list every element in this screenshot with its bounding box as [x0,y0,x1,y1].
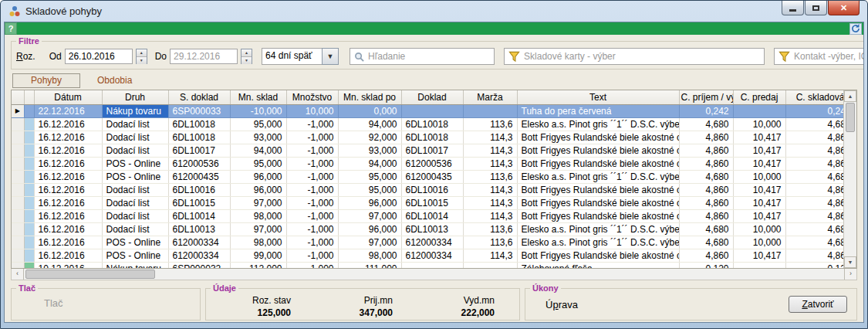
cell-mn_sklad_po[interactable]: 94,000 [338,117,401,131]
date-from-spinner[interactable]: ▲▼ [136,49,147,64]
row-selector[interactable] [12,262,24,268]
cell-sdoklad[interactable]: 6DL10017 [168,144,230,157]
cell-c_predaj[interactable]: 10,417 [733,249,785,262]
cell-doklad[interactable]: 612000536 [401,157,463,170]
cell-text[interactable]: Elesko a.s. Pinot gris ´´1´´ D.S.C. výbe… [517,236,679,249]
cell-druh[interactable]: Dodací list [102,222,168,236]
column-header[interactable]: S. doklad [168,90,230,104]
row-selector[interactable] [12,157,24,170]
cell-mnozstvo[interactable]: -1,000 [286,170,338,183]
cell-c_skladova[interactable]: 0,120 [785,262,843,268]
vertical-scroll-thumb[interactable] [846,103,855,132]
print-button[interactable]: Tlač [44,297,63,309]
horizontal-scroll-thumb[interactable] [25,270,155,279]
cell-c_prijem[interactable]: 4,860 [679,183,733,196]
search-input[interactable] [368,51,490,62]
cell-c_predaj[interactable]: 10,417 [733,131,785,144]
cell-mnozstvo[interactable]: -1,000 [286,222,338,236]
cell-c_prijem[interactable]: 0,120 [679,262,733,268]
cell-mn_sklad[interactable]: 99,000 [230,249,286,262]
cell-sdoklad[interactable]: 6DL10013 [168,222,230,236]
cell-druh[interactable]: Nákup tovaru [102,104,168,117]
scroll-left-icon[interactable]: ‹ [12,269,24,280]
cell-druh[interactable]: Dodací list [102,144,168,157]
close-window-button[interactable]: Zatvoriť [789,296,847,313]
cell-text[interactable]: Bott Frigyes Rulandské biele akostné odr [517,249,679,262]
cell-c_predaj[interactable] [733,104,785,117]
refresh-button[interactable] [849,23,862,35]
cell-doklad[interactable]: 6DL10018 [401,131,463,144]
table-row[interactable]: 16.12.2016Dodací list6DL1001895,000-1,00… [12,117,843,131]
cell-c_prijem[interactable]: 4,860 [679,131,733,144]
cell-mnozstvo[interactable]: -1,000 [286,117,338,131]
row-selector[interactable] [12,196,24,209]
cell-mn_sklad_po[interactable]: 111,000 [338,262,401,268]
cell-text[interactable]: Bott Frigyes Rulandské biele akostné odr [517,183,679,196]
contact-filter[interactable] [774,48,864,65]
cell-doklad[interactable]: 6DL10016 [401,183,463,196]
column-header[interactable]: Množstvo [286,90,338,104]
column-header[interactable]: Mn. sklad [230,90,286,104]
cell-datum[interactable]: 16.12.2016 [34,144,102,157]
cell-c_predaj[interactable]: 10,417 [733,144,785,157]
cell-mn_sklad_po[interactable]: 0,000 [338,104,401,117]
cell-sdoklad[interactable]: 612000536 [168,157,230,170]
cell-c_skladova[interactable]: 4,860 [785,183,843,196]
cell-c_prijem[interactable]: 4,680 [679,117,733,131]
column-header[interactable]: C. príjem / výdaj [679,90,733,104]
row-selector[interactable] [12,222,24,236]
row-selector[interactable] [12,117,24,131]
cell-mn_sklad[interactable]: 95,000 [230,157,286,170]
cell-datum[interactable]: 16.12.2016 [34,131,102,144]
cell-marza[interactable]: 114,3 [463,183,517,196]
cell-druh[interactable]: POS - Online [102,236,168,249]
cell-datum[interactable]: 16.12.2016 [34,183,102,196]
cell-doklad[interactable] [401,262,463,268]
cell-mnozstvo[interactable]: -1,000 [286,144,338,157]
cell-doklad[interactable]: 6DL10014 [401,209,463,222]
cell-marza[interactable]: 113,6 [463,236,517,249]
table-row[interactable]: 16.12.2016Dodací list6DL1001397,000-1,00… [12,222,843,236]
column-header[interactable]: Marža [463,90,517,104]
cell-mnozstvo[interactable]: -1,000 [286,196,338,209]
cell-text[interactable]: Bott Frigyes Rulandské biele akostné odr [517,131,679,144]
cell-text[interactable]: Elesko a.s. Pinot gris ´´1´´ D.S.C. výbe… [517,117,679,131]
column-header[interactable]: C. skladová [785,90,843,104]
edit-action[interactable]: Úprava [545,299,578,310]
row-selector[interactable] [12,170,24,183]
cell-text[interactable]: Zálohovaná fľaša [517,262,679,268]
cell-marza[interactable] [463,104,517,117]
column-header[interactable]: Druh [102,90,168,104]
close-button[interactable]: ✕ [828,1,860,15]
table-row[interactable]: 16.12.2016POS - Online61200033499,000-1,… [12,249,843,262]
cell-datum[interactable]: 16.12.2016 [34,117,102,131]
cell-c_skladova[interactable]: 4,680 [785,117,843,131]
cell-c_prijem[interactable]: 4,860 [679,157,733,170]
scroll-down-icon[interactable]: ▼ [844,256,856,268]
scroll-up-icon[interactable]: ▲ [844,90,856,102]
tab-obdobia[interactable]: Obdobia [97,75,132,86]
cell-mn_sklad[interactable]: 95,000 [230,117,286,131]
cell-mn_sklad[interactable]: 98,000 [230,236,286,249]
cell-c_prijem[interactable]: 4,860 [679,209,733,222]
cell-c_skladova[interactable]: 4,680 [785,170,843,183]
table-row[interactable]: 16.12.2016Dodací list6DL1001597,000-1,00… [12,196,843,209]
cell-marza[interactable]: 113,6 [463,222,517,236]
cell-mn_sklad[interactable]: -10,000 [230,104,286,117]
cell-sdoklad[interactable]: 6SP000032 [168,262,230,268]
cell-mn_sklad[interactable]: 94,000 [230,144,286,157]
cell-druh[interactable]: POS - Online [102,170,168,183]
stock-cards-filter-input[interactable] [524,51,760,62]
cell-datum[interactable]: 16.12.2016 [34,249,102,262]
cell-sdoklad[interactable]: 612000334 [168,236,230,249]
cell-datum[interactable]: 16.12.2016 [34,222,102,236]
spin-up-icon[interactable]: ▲ [137,49,147,57]
cell-mn_sklad_po[interactable]: 95,000 [338,170,401,183]
cell-druh[interactable]: Dodací list [102,183,168,196]
cell-c_predaj[interactable]: 10,417 [733,196,785,209]
cell-text[interactable]: Bott Frigyes Rulandské biele akostné odr [517,209,679,222]
cell-marza[interactable]: 114,3 [463,196,517,209]
row-selector[interactable] [12,209,24,222]
cell-mn_sklad_po[interactable]: 95,000 [338,183,401,196]
cell-marza[interactable]: 114,3 [463,157,517,170]
